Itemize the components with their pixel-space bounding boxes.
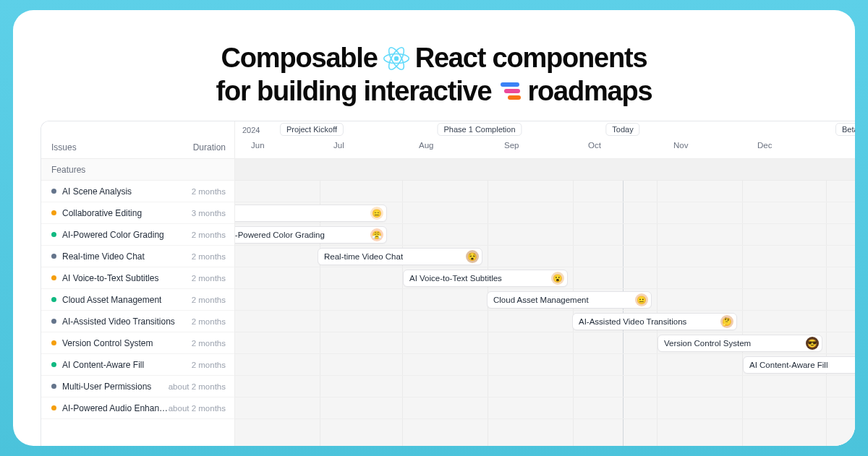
issue-duration: about 2 months: [169, 404, 226, 413]
issue-duration: 2 months: [192, 317, 226, 326]
roadmap-icon: [497, 81, 522, 101]
avatar: 😎: [806, 337, 819, 350]
issue-duration: 2 months: [192, 231, 226, 239]
gantt-bar[interactable]: Real-time Video Chat😵: [318, 248, 482, 265]
avatar: 🤔: [720, 315, 733, 328]
timeline-markers: Project KickoffPhase 1 CompletionTodayBe…: [235, 123, 855, 137]
issue-name: Collaborative Editing: [62, 208, 142, 218]
gantt-bar-label: Cloud Asset Management: [493, 296, 589, 304]
timeline-row[interactable]: Version Control System😎: [235, 332, 855, 354]
timeline-group-row: [235, 159, 855, 181]
svg-point-0: [393, 56, 398, 61]
timeline-marker[interactable]: Project Kickoff: [280, 123, 344, 136]
issue-duration: 3 months: [192, 209, 226, 218]
issue-row[interactable]: AI Voice-to-Text Subtitles2 months: [41, 267, 234, 289]
status-dot: [51, 254, 56, 259]
gantt-sidebar: Issues Duration Features AI Scene Analys…: [41, 121, 235, 446]
timeline-marker[interactable]: Today: [605, 123, 639, 136]
sidebar-header: Issues Duration: [41, 121, 234, 159]
issue-row[interactable]: AI-Assisted Video Transitions2 months: [41, 311, 234, 332]
issue-name: Version Control System: [62, 338, 153, 348]
timeline-row[interactable]: Cloud Asset Management😐: [235, 289, 855, 311]
status-dot: [51, 362, 56, 367]
gantt-bar[interactable]: AI-Assisted Video Transitions🤔: [572, 313, 737, 330]
gantt-container: Issues Duration Features AI Scene Analys…: [41, 121, 855, 446]
avatar: 😵: [466, 250, 479, 263]
timeline-row[interactable]: AI Voice-to-Text Subtitles😮: [235, 267, 855, 289]
hero-line-1: Composable React components: [13, 42, 855, 75]
month-label: Jun: [251, 141, 265, 150]
timeline-row[interactable]: 😑: [235, 202, 855, 224]
react-icon: [383, 46, 409, 72]
timeline-row[interactable]: [235, 397, 855, 419]
issue-row[interactable]: Multi-User Permissionsabout 2 months: [41, 376, 234, 397]
issue-duration: about 2 months: [169, 382, 226, 391]
gantt-timeline[interactable]: 2024 Project KickoffPhase 1 CompletionTo…: [235, 121, 855, 446]
gantt-bar[interactable]: AI Content-Aware Fill: [743, 356, 855, 374]
status-dot: [51, 384, 56, 389]
timeline-row[interactable]: [235, 181, 855, 202]
status-dot: [51, 405, 56, 410]
issue-name: Multi-User Permissions: [62, 382, 151, 392]
gantt-bar[interactable]: AI-Powered Color Grading😤: [235, 226, 387, 244]
issue-duration: 2 months: [192, 339, 226, 348]
gantt-bar-label: Version Control System: [664, 339, 751, 348]
timeline-row[interactable]: [235, 376, 855, 397]
issue-name: AI-Powered Color Grading: [62, 230, 164, 240]
avatar: 😮: [551, 272, 564, 285]
issue-duration: 2 months: [192, 361, 226, 369]
issue-name: Real-time Video Chat: [62, 251, 145, 262]
gantt-bar-label: AI Voice-to-Text Subtitles: [409, 274, 502, 283]
status-dot: [51, 210, 56, 215]
status-dot: [51, 340, 56, 345]
issue-duration: 2 months: [192, 274, 226, 283]
month-label: Sep: [504, 141, 519, 150]
issue-name: AI-Powered Audio Enhanc…: [62, 403, 169, 413]
month-label: Oct: [588, 141, 601, 150]
issue-duration: 2 months: [192, 252, 226, 261]
status-dot: [51, 232, 56, 237]
issue-row[interactable]: Version Control System2 months: [41, 332, 234, 354]
avatar: 😐: [635, 293, 648, 306]
month-label: Aug: [419, 141, 433, 150]
gantt-bar-label: AI Content-Aware Fill: [749, 361, 827, 369]
timeline-marker[interactable]: Beta R: [835, 123, 855, 136]
gantt-bar-label: AI-Assisted Video Transitions: [579, 317, 686, 326]
issue-duration: 2 months: [192, 296, 226, 304]
status-dot: [51, 189, 56, 194]
timeline-row[interactable]: AI-Powered Color Grading😤: [235, 224, 855, 246]
issue-name: Cloud Asset Management: [62, 295, 161, 305]
timeline-row[interactable]: AI-Assisted Video Transitions🤔: [235, 311, 855, 332]
month-label: Nov: [673, 141, 688, 150]
avatar: 😤: [370, 228, 383, 241]
issue-name: AI Voice-to-Text Subtitles: [62, 273, 158, 283]
group-header[interactable]: Features: [41, 159, 234, 181]
timeline-row[interactable]: Real-time Video Chat😵: [235, 246, 855, 267]
issue-row[interactable]: Collaborative Editing3 months: [41, 202, 234, 224]
group-label: Features: [51, 165, 85, 175]
col-duration-label: Duration: [193, 142, 226, 152]
hero: Composable React components for building…: [13, 10, 855, 121]
issue-row[interactable]: AI-Powered Audio Enhanc…about 2 months: [41, 397, 234, 419]
issue-duration: 2 months: [192, 187, 226, 196]
timeline-body: 😑AI-Powered Color Grading😤Real-time Vide…: [235, 159, 855, 419]
status-dot: [51, 275, 56, 280]
issue-row[interactable]: AI-Powered Color Grading2 months: [41, 224, 234, 246]
gantt-bar[interactable]: Version Control System😎: [658, 335, 822, 352]
gantt-bar[interactable]: AI Voice-to-Text Subtitles😮: [403, 270, 568, 287]
issue-name: AI-Assisted Video Transitions: [62, 317, 175, 327]
issue-row[interactable]: Cloud Asset Management2 months: [41, 289, 234, 311]
issue-name: AI Content-Aware Fill: [62, 360, 144, 370]
hero-line-2: for building interactive roadmaps: [13, 75, 855, 108]
month-label: Dec: [757, 141, 772, 150]
month-label: Jul: [333, 141, 344, 150]
gantt-bar[interactable]: 😑: [235, 205, 387, 222]
gantt-bar[interactable]: Cloud Asset Management😐: [487, 291, 652, 309]
hero-text: Composable: [221, 42, 378, 75]
hero-card: Composable React components for building…: [13, 10, 855, 446]
issue-row[interactable]: Real-time Video Chat2 months: [41, 246, 234, 267]
timeline-marker[interactable]: Phase 1 Completion: [437, 123, 522, 136]
timeline-row[interactable]: AI Content-Aware Fill: [235, 354, 855, 376]
issue-row[interactable]: AI Content-Aware Fill2 months: [41, 354, 234, 376]
issue-row[interactable]: AI Scene Analysis2 months: [41, 181, 234, 202]
